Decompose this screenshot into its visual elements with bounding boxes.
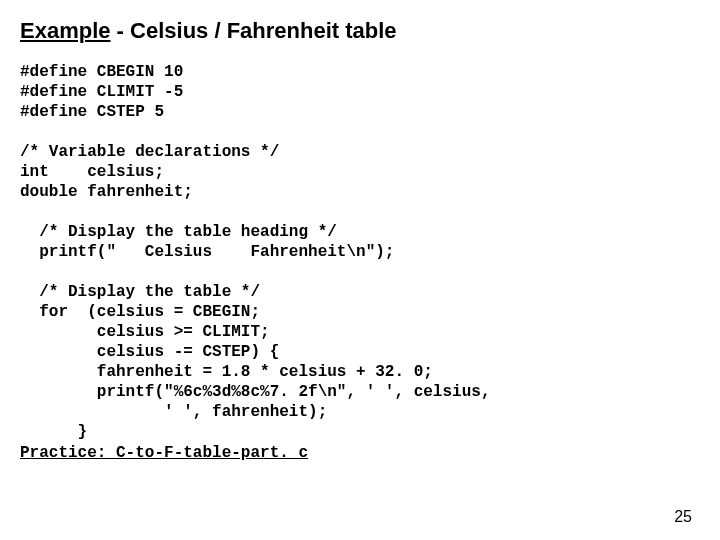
code-line: double fahrenheit;: [20, 183, 193, 201]
slide-title: Example - Celsius / Fahrenheit table: [20, 18, 700, 44]
code-line: printf(" Celsius Fahrenheit\n");: [20, 243, 394, 261]
code-line: printf("%6c%3d%8c%7. 2f\n", ' ', celsius…: [20, 383, 490, 401]
page-number: 25: [674, 508, 692, 526]
title-underlined: Example: [20, 18, 111, 43]
code-line: #define CBEGIN 10: [20, 63, 183, 81]
code-line: celsius >= CLIMIT;: [20, 323, 270, 341]
code-line: #define CSTEP 5: [20, 103, 164, 121]
practice-line: Practice: C-to-F-table-part. c: [20, 444, 700, 462]
code-line: }: [20, 423, 87, 441]
code-line: for (celsius = CBEGIN;: [20, 303, 260, 321]
code-line: /* Display the table */: [20, 283, 260, 301]
code-line: int celsius;: [20, 163, 164, 181]
code-block: #define CBEGIN 10 #define CLIMIT -5 #def…: [20, 62, 700, 442]
title-rest: - Celsius / Fahrenheit table: [111, 18, 397, 43]
code-line: /* Display the table heading */: [20, 223, 337, 241]
code-line: /* Variable declarations */: [20, 143, 279, 161]
code-line: #define CLIMIT -5: [20, 83, 183, 101]
code-line: ' ', fahrenheit);: [20, 403, 327, 421]
code-line: celsius -= CSTEP) {: [20, 343, 279, 361]
code-line: fahrenheit = 1.8 * celsius + 32. 0;: [20, 363, 433, 381]
